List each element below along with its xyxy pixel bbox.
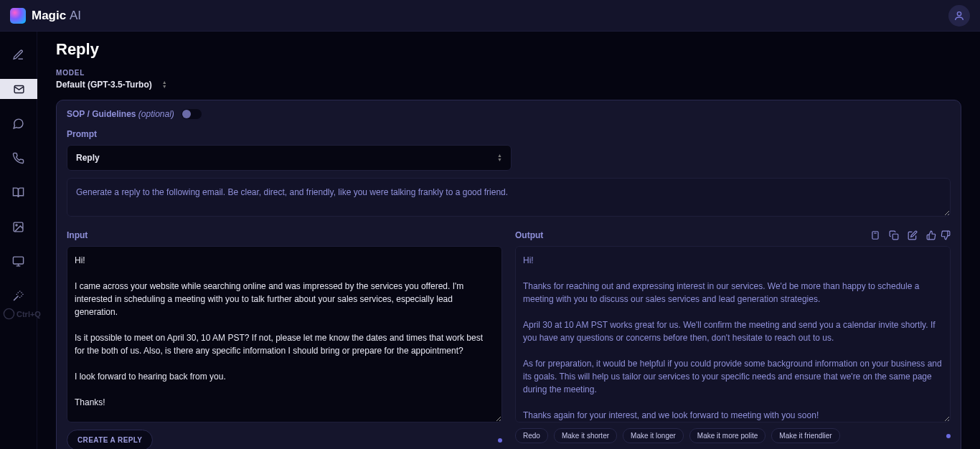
svg-point-3 [16,224,17,225]
prompt-label: Prompt [67,129,951,139]
monitor-icon [12,255,24,268]
input-column: Input CREATE A REPLY [67,230,502,449]
shortcut-hint: Ctrl+Q [3,308,41,320]
svg-point-0 [957,11,961,15]
phone-icon [12,152,24,164]
sop-label: SOP / Guidelines (optional) [67,109,174,119]
prompt-select[interactable]: Reply ▲▼ [67,145,512,171]
mail-icon [13,83,25,95]
sidebar-item-book[interactable] [0,182,37,202]
status-dot [946,434,951,438]
brand-light: AI [70,9,81,22]
input-textarea[interactable] [67,246,502,422]
image-icon [12,221,24,233]
brand-logo-icon [10,8,26,24]
page-title: Reply [56,40,961,59]
shortcut-icon [3,308,15,320]
chevron-updown-icon: ▲▼ [497,153,502,162]
chip-redo[interactable]: Redo [515,428,548,443]
user-icon [953,10,965,22]
thumbs-down-icon[interactable] [941,230,951,240]
model-select[interactable]: Default (GPT-3.5-Turbo) ▲▼ [56,80,961,90]
sop-optional: (optional) [138,109,174,119]
sidebar-item-image[interactable] [0,217,37,237]
prompt-selected: Reply [76,153,100,163]
sop-row: SOP / Guidelines (optional) [67,109,951,119]
svg-point-5 [4,308,14,318]
model-label: MODEL [56,69,961,77]
svg-rect-7 [892,234,898,240]
chip-polite[interactable]: Make it more polite [689,428,765,443]
svg-rect-6 [872,232,878,240]
compose-icon [12,49,24,61]
brand-title: Magic AI [32,9,81,23]
layout: Ctrl+Q Reply MODEL Default (GPT-3.5-Turb… [0,32,980,449]
sidebar-item-compose[interactable] [0,44,37,65]
main: Reply MODEL Default (GPT-3.5-Turbo) ▲▼ S… [37,32,980,449]
chat-icon [12,118,24,130]
feedback-thumbs [926,230,951,240]
sidebar-item-phone[interactable] [0,148,37,168]
sop-label-text: SOP / Guidelines [67,109,136,119]
output-chips: Redo Make it shorter Make it longer Make… [515,428,951,443]
prompt-textarea[interactable] [67,178,951,217]
sidebar-item-mail[interactable] [0,79,37,99]
status-dot [498,438,502,443]
edit-icon[interactable] [908,230,918,240]
svg-rect-4 [13,257,23,264]
output-text[interactable]: Hi! Thanks for reaching out and expressi… [515,246,951,422]
wand-icon [12,290,24,302]
brand-strong: Magic [32,9,66,22]
thumbs-up-icon[interactable] [926,230,936,240]
book-icon [12,186,24,199]
sidebar-item-monitor[interactable] [0,251,37,271]
create-reply-button[interactable]: CREATE A REPLY [67,430,153,449]
sidebar: Ctrl+Q [0,32,37,449]
sidebar-item-wand[interactable] [0,285,37,306]
output-column: Output Hi! Thanks for reaching out and e… [515,230,951,449]
sop-toggle[interactable] [182,109,202,119]
output-label: Output [515,230,543,240]
main-panel: SOP / Guidelines (optional) Prompt Reply… [56,100,961,449]
brand: Magic AI [10,8,81,24]
chip-longer[interactable]: Make it longer [623,428,684,443]
save-icon[interactable] [870,230,880,240]
sidebar-item-chat[interactable] [0,113,37,133]
copy-icon[interactable] [889,230,899,240]
output-header: Output [515,230,951,240]
chevron-updown-icon: ▲▼ [162,80,167,89]
input-label: Input [67,230,502,240]
output-actions [870,230,951,240]
topbar: Magic AI [0,0,980,32]
input-footer: CREATE A REPLY [67,430,502,449]
avatar-button[interactable] [948,5,970,27]
shortcut-text: Ctrl+Q [17,310,41,318]
model-value: Default (GPT-3.5-Turbo) [56,80,152,90]
chip-friendlier[interactable]: Make it friendlier [771,428,839,443]
chip-shorter[interactable]: Make it shorter [554,428,617,443]
io-columns: Input CREATE A REPLY Output [67,230,951,449]
